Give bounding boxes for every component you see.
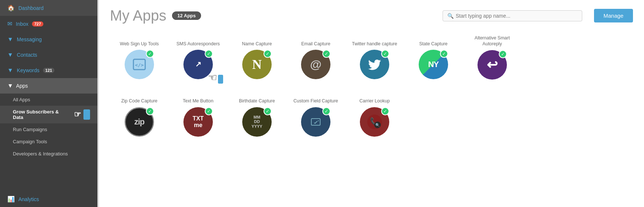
app-label: State Capture (419, 35, 447, 47)
app-label: Birthdate Capture (239, 92, 275, 104)
sidebar-subitem-campaign-tools[interactable]: Campaign Tools (0, 136, 97, 148)
chevron-icon: ▼ (7, 52, 13, 58)
app-label: Twitter handle capture (352, 35, 397, 47)
app-item-email-capture[interactable]: Email Capture @ ✓ (286, 31, 345, 81)
app-label: Alternative Smart Autoreply (466, 35, 518, 47)
app-label: Name Capture (242, 35, 272, 47)
inbox-icon: ✉ (7, 20, 12, 27)
search-box[interactable]: 🔍 (443, 10, 582, 21)
app-item-name-capture[interactable]: Name Capture N ✓ (228, 31, 286, 81)
svg-point-4 (308, 115, 323, 129)
sidebar-item-label: Inbox (16, 21, 28, 27)
checkmark-icon: ✓ (381, 50, 389, 58)
apps-count-badge: 12 Apps (172, 11, 201, 20)
app-icon-wrapper: NY ✓ (419, 50, 448, 79)
sidebar: 🏠 Dashboard ✉ Inbox 727 ▼ Messaging ▼ Co… (0, 0, 97, 207)
checkmark-icon: ✓ (205, 107, 213, 115)
sidebar-item-dashboard[interactable]: 🏠 Dashboard (0, 0, 97, 16)
app-icon-wrapper: ↩ ✓ (477, 50, 507, 80)
app-item-state-capture[interactable]: State Capture NY ✓ (404, 31, 463, 81)
app-item-custom-field[interactable]: Custom Field Capture ✓ (286, 89, 345, 138)
cursor-hand-icon: ☞ (74, 110, 81, 119)
sidebar-item-inbox[interactable]: ✉ Inbox 727 (0, 16, 97, 32)
checkmark-icon: ✓ (322, 50, 330, 58)
sidebar-subitem-label: Grow Subscribers & Data (13, 109, 70, 120)
apps-row-2: Zip Code Capture zip ✓ Text Me Button TX… (110, 89, 633, 138)
checkmark-icon: ✓ (264, 107, 272, 115)
app-icon-wrapper: ✓ (301, 107, 330, 137)
sidebar-subitem-all-apps[interactable]: All Apps (0, 94, 97, 106)
app-label: Email Capture (301, 35, 330, 47)
sidebar-item-messaging[interactable]: ▼ Messaging (0, 32, 97, 47)
keywords-badge: 121 (43, 68, 54, 73)
app-icon-wrapper: zip ✓ (125, 107, 154, 137)
svg-text:🔍: 🔍 (375, 123, 380, 127)
app-label: Web Sign Up Tools (120, 35, 159, 47)
sidebar-item-apps[interactable]: ▼ Apps (0, 78, 97, 94)
analytics-icon: 📊 (7, 196, 15, 203)
sidebar-subitem-label: Campaign Tools (13, 139, 47, 144)
checkmark-icon: ✓ (146, 107, 154, 115)
app-icon-wrapper: @ ✓ (301, 50, 330, 79)
manage-button[interactable]: Manage (594, 9, 633, 22)
apps-grid: Web Sign Up Tools </> ✓ SMS Autoresponde… (99, 28, 644, 150)
checkmark-icon: ✓ (205, 50, 213, 58)
app-label: Carrier Lookup (359, 92, 390, 104)
dashboard-icon: 🏠 (7, 4, 15, 11)
app-item-web-signup[interactable]: Web Sign Up Tools </> ✓ (110, 31, 169, 81)
chevron-icon: ▼ (7, 67, 13, 74)
sidebar-subitem-label: Run Campaigns (13, 127, 47, 132)
app-item-smart-autoreply[interactable]: Alternative Smart Autoreply ↩ ✓ (463, 31, 522, 81)
search-icon: 🔍 (447, 13, 454, 19)
checkmark-icon: ✓ (381, 107, 389, 115)
search-input[interactable] (456, 13, 577, 19)
sidebar-item-label: Messaging (17, 36, 42, 42)
sidebar-subitem-label: Developers & Integrations (13, 151, 68, 157)
app-item-txtme-button[interactable]: Text Me Button TXT me ✓ (169, 89, 228, 138)
checkmark-icon: ✓ (264, 50, 272, 58)
sidebar-subitem-label: All Apps (13, 97, 30, 102)
sidebar-item-label: Apps (16, 83, 28, 89)
app-icon-wrapper: MM DD YYYY ✓ (242, 107, 272, 137)
app-icon-wrapper: ✓ (360, 50, 389, 79)
sidebar-item-label: Contacts (17, 52, 37, 58)
main-content: My Apps 12 Apps 🔍 Manage Web Sign Up Too… (99, 0, 644, 207)
sidebar-item-contacts[interactable]: ▼ Contacts (0, 47, 97, 63)
sidebar-subitem-run-campaigns[interactable]: Run Campaigns (0, 123, 97, 136)
cursor-phone-icon (83, 109, 90, 120)
chevron-icon: ▼ (7, 36, 13, 43)
sidebar-item-label: Analytics (18, 196, 39, 202)
page-title: My Apps (110, 7, 166, 24)
sidebar-item-keywords[interactable]: ▼ Keywords 121 (0, 63, 97, 78)
chevron-icon: ▼ (7, 83, 13, 89)
sidebar-item-analytics[interactable]: 📊 Analytics (0, 191, 97, 207)
checkmark-icon: ✓ (440, 50, 448, 58)
app-icon-wrapper: ↗ ✓ ☞ (183, 50, 213, 79)
main-header: My Apps 12 Apps 🔍 Manage (99, 0, 644, 28)
inbox-badge: 727 (32, 21, 43, 27)
app-label: Zip Code Capture (121, 92, 158, 104)
app-icon-wrapper: 📞 🔍 ✓ (360, 107, 389, 137)
app-item-carrier-lookup[interactable]: Carrier Lookup 📞 🔍 ✓ (345, 89, 404, 138)
sidebar-subitem-grow-subscribers[interactable]: Grow Subscribers & Data ☞ (0, 106, 97, 123)
app-icon-wrapper: </> ✓ (125, 50, 154, 79)
svg-text:</>: </> (135, 62, 144, 68)
app-label: Text Me Button (183, 92, 213, 104)
app-label: Custom Field Capture (293, 92, 338, 104)
sidebar-item-label: Keywords (17, 67, 39, 73)
checkmark-icon: ✓ (146, 50, 154, 58)
app-item-birthdate-capture[interactable]: Birthdate Capture MM DD YYYY ✓ (228, 89, 286, 138)
app-item-twitter-capture[interactable]: Twitter handle capture ✓ (345, 31, 404, 81)
app-label: SMS Autoresponders (176, 35, 220, 47)
checkmark-icon: ✓ (499, 50, 507, 58)
apps-row-1: Web Sign Up Tools </> ✓ SMS Autoresponde… (110, 31, 633, 81)
sidebar-subitem-developers[interactable]: Developers & Integrations (0, 148, 97, 160)
app-item-zip-capture[interactable]: Zip Code Capture zip ✓ (110, 89, 169, 138)
svg-text:↗: ↗ (195, 60, 201, 68)
app-icon-wrapper: N ✓ (242, 50, 272, 79)
sidebar-item-label: Dashboard (18, 5, 44, 11)
app-item-sms-autoresponders[interactable]: SMS Autoresponders ↗ ✓ ☞ (169, 31, 228, 81)
app-icon-wrapper: TXT me ✓ (183, 107, 213, 137)
checkmark-icon: ✓ (322, 107, 330, 115)
